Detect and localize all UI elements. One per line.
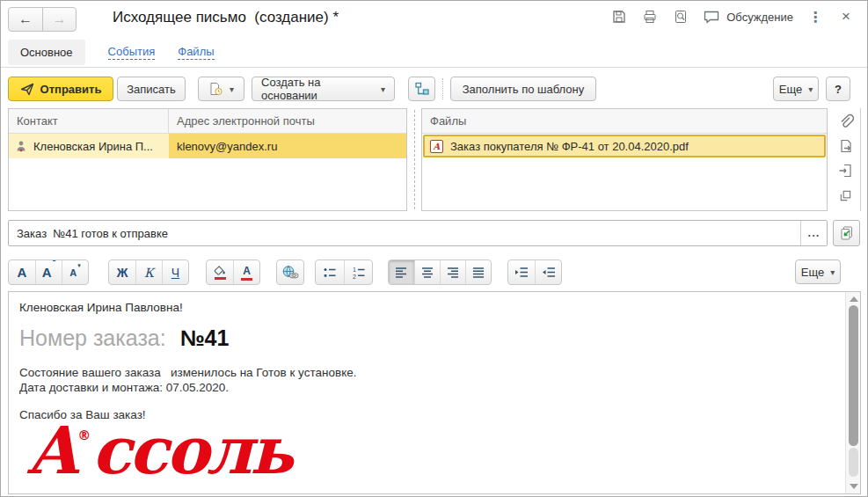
fill-by-template-button[interactable]: Заполнить по шаблону xyxy=(450,77,596,101)
body-scrollbar[interactable] xyxy=(845,292,860,493)
decrease-font-button[interactable]: А▾ xyxy=(62,260,88,284)
recipients-panel: Контакт Адрес электронной почты Кленовск… xyxy=(8,108,407,211)
send-icon xyxy=(20,83,34,96)
tab-events[interactable]: События xyxy=(108,45,156,60)
defer-send-button[interactable]: ▾ xyxy=(198,77,244,101)
page-title: Исходящее письмо (создание) * xyxy=(113,9,339,26)
recipients-header: Контакт Адрес электронной почты xyxy=(9,109,406,134)
close-icon[interactable]: × xyxy=(837,8,855,26)
menu-dots-icon[interactable]: ⋮ xyxy=(806,8,824,26)
fill-by-template-label: Заполнить по шаблону xyxy=(463,83,584,96)
font-button[interactable]: А xyxy=(9,260,35,284)
order-number: №41 xyxy=(180,325,230,351)
style-group: Ж К Ч xyxy=(108,259,189,285)
pdf-icon: A xyxy=(430,140,443,153)
italic-button[interactable]: К xyxy=(135,260,162,284)
insert-template-button[interactable] xyxy=(833,220,860,246)
help-label: ? xyxy=(835,83,842,96)
send-label: Отправить xyxy=(40,83,102,96)
order-line: Номер заказа: №41 xyxy=(19,325,834,351)
format-more-label: Еще xyxy=(801,266,824,279)
more-caret-icon: ▾ xyxy=(808,84,813,94)
bullet-list-button[interactable] xyxy=(316,260,344,284)
svg-text:2: 2 xyxy=(353,273,356,279)
file-row[interactable]: A Заказ покупателя № ФР-41 от 20.04.2020… xyxy=(423,135,826,157)
paint-bucket-icon xyxy=(213,266,227,280)
contact-column-header[interactable]: Контакт xyxy=(9,109,169,133)
save-record-label: Записать xyxy=(127,83,176,96)
align-right-button[interactable] xyxy=(440,260,465,284)
forward-icon: → xyxy=(53,11,67,27)
outgoing-email-window: ← → Исходящее письмо (создание) * Обсужд… xyxy=(0,0,868,497)
discussion-label[interactable]: Обсуждение xyxy=(726,11,793,24)
discussion-icon[interactable] xyxy=(703,8,720,26)
tab-main[interactable]: Основное xyxy=(8,40,85,65)
recipient-row[interactable]: Кленовская Ирина П... klenovy@yandex.ru xyxy=(9,134,406,158)
subordination-structure-button[interactable] xyxy=(408,77,435,101)
more-label: Еще xyxy=(779,83,802,96)
window-actions: Обсуждение ⋮ × xyxy=(610,8,855,26)
save-record-button[interactable]: Записать xyxy=(117,77,186,101)
align-center-button[interactable] xyxy=(414,260,440,284)
import-file-icon[interactable] xyxy=(837,162,855,179)
bold-button[interactable]: Ж xyxy=(109,260,135,284)
back-icon: ← xyxy=(18,11,33,27)
tab-files[interactable]: Файлы xyxy=(178,45,214,60)
back-button[interactable]: ← xyxy=(9,8,42,31)
create-based-on-label: Создать на основании xyxy=(261,76,375,102)
create-based-on-button[interactable]: Создать на основании ▾ xyxy=(252,77,395,101)
print-icon[interactable] xyxy=(641,8,659,26)
scroll-up-icon[interactable] xyxy=(850,296,858,302)
decrease-caret-icon: ▾ xyxy=(77,262,81,269)
align-left-button[interactable] xyxy=(389,260,414,284)
subject-input[interactable] xyxy=(8,220,828,246)
scrollbar-track-segment xyxy=(849,448,858,477)
email-body-editor: Кленовская Ирина Павловна! Номер заказа:… xyxy=(8,291,861,494)
more-button[interactable]: Еще ▾ xyxy=(773,77,819,101)
increase-indent-button[interactable] xyxy=(508,260,535,284)
email-column-header[interactable]: Адрес электронной почты xyxy=(169,109,406,133)
status-line: Состояние вашего заказа изменилось на Го… xyxy=(19,366,834,379)
save-icon[interactable] xyxy=(610,8,628,26)
scrollbar-thumb[interactable] xyxy=(849,305,858,446)
scroll-down-icon[interactable] xyxy=(850,484,858,489)
email-body-content[interactable]: Кленовская Ирина Павловна! Номер заказа:… xyxy=(9,292,844,493)
contact-name: Кленовская Ирина П... xyxy=(33,140,153,153)
windows-icon[interactable] xyxy=(837,186,855,204)
align-justify-button[interactable] xyxy=(465,260,491,284)
format-more-button[interactable]: Еще ▾ xyxy=(795,259,841,284)
paperclip-icon[interactable] xyxy=(837,113,855,130)
contact-cell[interactable]: Кленовская Ирина П... xyxy=(9,134,169,158)
decrease-indent-button[interactable] xyxy=(535,260,561,284)
numbered-list-button[interactable]: 12 xyxy=(344,260,372,284)
forward-button[interactable]: → xyxy=(42,8,76,31)
align-group xyxy=(388,259,492,285)
color-group: А xyxy=(206,259,260,285)
highlight-color-button[interactable] xyxy=(207,260,233,284)
indent-group xyxy=(507,259,562,285)
send-button[interactable]: Отправить xyxy=(8,77,113,101)
order-label: Номер заказа: xyxy=(19,325,166,351)
preview-icon[interactable] xyxy=(672,8,689,26)
logo-first-letter: А xyxy=(26,413,77,488)
subject-ellipsis-button[interactable]: ... xyxy=(800,221,827,245)
svg-text:1: 1 xyxy=(353,267,356,273)
underline-button[interactable]: Ч xyxy=(162,260,188,284)
company-logo: А®ссоль xyxy=(26,418,834,483)
export-file-icon[interactable] xyxy=(837,137,855,155)
document-clock-icon xyxy=(208,82,223,96)
hyperlink-icon[interactable] xyxy=(277,260,303,284)
files-header[interactable]: Файлы xyxy=(422,109,827,134)
help-button[interactable]: ? xyxy=(826,77,850,101)
font-color-button[interactable]: А xyxy=(233,260,259,284)
greeting-line: Кленовская Ирина Павловна! xyxy=(19,301,834,314)
email-cell[interactable]: klenovy@yandex.ru xyxy=(169,134,406,158)
structure-icon xyxy=(414,82,430,96)
insert-template-icon xyxy=(839,225,855,241)
increase-caret-icon: ▴ xyxy=(53,259,56,263)
title-bar: ← → Исходящее письмо (создание) * Обсужд… xyxy=(1,1,867,36)
list-group: 12 xyxy=(315,259,373,285)
increase-font-button[interactable]: А▴ xyxy=(35,260,62,284)
person-icon xyxy=(15,140,27,152)
panel-splitter[interactable] xyxy=(414,110,415,209)
